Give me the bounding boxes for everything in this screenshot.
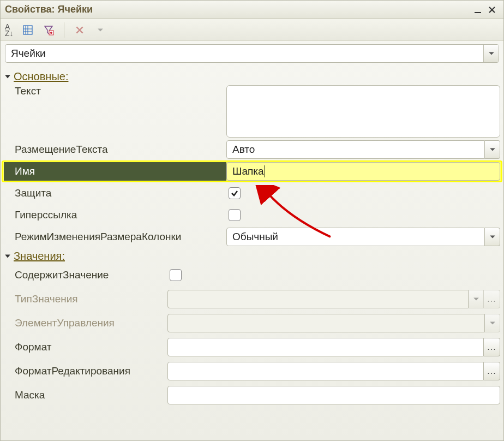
section-values-header[interactable]: Значения:	[4, 250, 500, 263]
svg-rect-0	[475, 12, 481, 13]
contains-checkbox[interactable]	[170, 269, 182, 281]
link-checkbox[interactable]	[229, 209, 241, 221]
object-selector[interactable]: Ячейки	[5, 44, 499, 63]
svg-point-7	[50, 32, 52, 34]
titlebar: Свойства: Ячейки	[1, 1, 503, 19]
label-name: Имя	[4, 162, 226, 181]
format-input[interactable]	[167, 338, 484, 356]
delete-button[interactable]	[71, 21, 88, 39]
editformat-input[interactable]	[167, 362, 484, 380]
row-type: ТипЗначения ...	[4, 289, 500, 309]
row-control: ЭлементУправления	[4, 313, 500, 333]
control-input	[167, 314, 485, 332]
label-resize: РежимИзмененияРазмераКолонки	[4, 231, 226, 243]
row-placement: РазмещениеТекста Авто	[4, 140, 500, 159]
label-editformat: ФорматРедактирования	[4, 365, 167, 377]
resize-dropdown[interactable]	[485, 228, 500, 246]
section-main-header[interactable]: Основные:	[4, 70, 500, 83]
toolbar: AZ↓	[1, 19, 503, 41]
label-type: ТипЗначения	[4, 293, 167, 305]
text-caret	[265, 165, 265, 177]
row-editformat: ФорматРедактирования ...	[4, 361, 500, 382]
filter-button[interactable]	[40, 21, 57, 39]
format-browse[interactable]: ...	[484, 338, 500, 356]
properties-panel: Свойства: Ячейки AZ↓ Ячейки	[0, 0, 504, 441]
placement-dropdown[interactable]	[485, 140, 500, 159]
section-main-title: Основные:	[14, 70, 68, 83]
sort-az-icon: AZ↓	[5, 23, 14, 37]
chevron-down-icon	[4, 253, 11, 260]
editformat-browse[interactable]: ...	[484, 362, 500, 380]
row-format: Формат ...	[4, 337, 500, 357]
close-button[interactable]	[485, 3, 499, 17]
minimize-button[interactable]	[471, 3, 485, 17]
label-text: Текст	[4, 85, 226, 97]
type-dropdown	[469, 290, 484, 308]
label-link: Гиперссылка	[4, 209, 226, 221]
chevron-down-icon[interactable]	[483, 45, 499, 62]
label-format: Формат	[4, 341, 167, 353]
label-control: ЭлементУправления	[4, 317, 167, 329]
text-input[interactable]	[226, 85, 500, 138]
dropdown-button[interactable]	[92, 21, 109, 39]
type-browse: ...	[484, 290, 500, 308]
row-protect: Защита	[4, 183, 500, 203]
section-values-title: Значения:	[14, 250, 65, 263]
label-mask: Маска	[4, 389, 167, 401]
content-area: Основные: Текст РазмещениеТекста Авто Им…	[1, 66, 503, 406]
name-input[interactable]: Шапка	[226, 162, 500, 181]
categories-button[interactable]	[19, 21, 37, 39]
row-text: Текст	[4, 85, 500, 138]
type-input	[167, 290, 469, 308]
control-dropdown	[485, 314, 500, 332]
row-link: Гиперссылка	[4, 205, 500, 225]
object-selector-value: Ячейки	[5, 47, 483, 59]
row-resize: РежимИзмененияРазмераКолонки Обычный	[4, 227, 500, 247]
label-placement: РазмещениеТекста	[4, 144, 226, 156]
placement-value[interactable]: Авто	[226, 140, 485, 159]
label-contains: СодержитЗначение	[4, 269, 167, 281]
name-value: Шапка	[232, 165, 264, 177]
row-mask: Маска	[4, 385, 500, 406]
resize-value[interactable]: Обычный	[226, 228, 485, 246]
chevron-down-icon	[4, 73, 11, 81]
protect-checkbox[interactable]	[229, 187, 241, 199]
row-name: Имя Шапка	[3, 162, 501, 181]
label-protect: Защита	[4, 187, 226, 199]
separator	[64, 22, 64, 38]
window-title: Свойства: Ячейки	[5, 4, 471, 15]
mask-input[interactable]	[167, 386, 500, 404]
row-contains: СодержитЗначение	[4, 265, 500, 285]
object-selector-row: Ячейки	[1, 41, 503, 66]
